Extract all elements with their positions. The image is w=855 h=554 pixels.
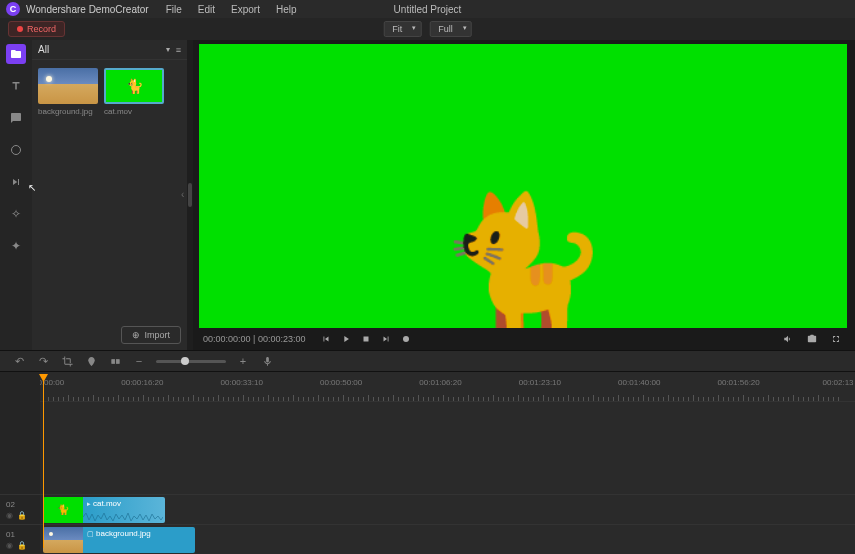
track-header-02[interactable]: 02 ◉🔒: [0, 494, 40, 524]
media-thumb: [104, 68, 164, 104]
marker-icon[interactable]: [84, 354, 98, 368]
full-dropdown[interactable]: Full: [429, 21, 472, 37]
app-name: Wondershare DemoCreator: [26, 4, 149, 15]
media-thumb: [38, 68, 98, 104]
track-01[interactable]: ▢background.jpg: [40, 524, 855, 554]
play-icon[interactable]: [339, 332, 353, 346]
svg-point-0: [12, 146, 21, 155]
menu-icon[interactable]: ≡: [176, 45, 181, 55]
ruler-mark: 00:01:56:20: [717, 378, 759, 387]
snapshot-icon[interactable]: [805, 332, 819, 346]
timeline: 02 ◉🔒 01 ◉🔒 00:00:00:0000:00:16:2000:00:…: [0, 372, 855, 554]
menu-edit[interactable]: Edit: [191, 4, 222, 15]
app-logo-icon: C: [6, 2, 20, 16]
volume-icon[interactable]: [781, 332, 795, 346]
text-tool-icon[interactable]: [6, 76, 26, 96]
svg-rect-2: [116, 359, 119, 363]
ruler-mark: 00:01:40:00: [618, 378, 660, 387]
transition-icon[interactable]: [6, 172, 26, 192]
ruler-mark: 00:02:13: [822, 378, 853, 387]
project-title: Untitled Project: [394, 4, 462, 15]
media-label: background.jpg: [38, 107, 98, 116]
media-panel: All ▾ ≡ background.jpg cat.mov ⊕ Import: [32, 40, 187, 350]
time-ruler[interactable]: 00:00:00:0000:00:16:2000:00:33:1000:00:5…: [40, 372, 855, 402]
clip-thumb: [43, 527, 83, 553]
cat-subject: 🐈: [436, 198, 611, 328]
media-item-cat[interactable]: cat.mov: [104, 68, 164, 116]
zoom-in-icon[interactable]: +: [236, 354, 250, 368]
media-library-icon[interactable]: [6, 44, 26, 64]
lock-icon[interactable]: 🔒: [17, 511, 27, 520]
media-label: cat.mov: [104, 107, 164, 116]
record-marker-icon[interactable]: [399, 332, 413, 346]
skip-end-icon[interactable]: [379, 332, 393, 346]
import-icon: ⊕: [132, 330, 140, 340]
clip-label: cat.mov: [93, 499, 121, 508]
lock-icon[interactable]: 🔒: [17, 541, 27, 550]
zoom-thumb[interactable]: [181, 357, 189, 365]
zoom-slider[interactable]: [156, 360, 226, 363]
record-label: Record: [27, 24, 56, 34]
clip-thumb: [43, 497, 83, 523]
track-headers: 02 ◉🔒 01 ◉🔒: [0, 372, 40, 554]
ruler-mark: 00:00:50:00: [320, 378, 362, 387]
annotation-icon[interactable]: [6, 108, 26, 128]
playhead[interactable]: [43, 374, 44, 548]
svg-rect-1: [111, 359, 114, 363]
media-tab-all[interactable]: All: [38, 44, 49, 55]
record-dot-icon: [17, 26, 23, 32]
clip-cat[interactable]: ▸cat.mov: [43, 497, 165, 523]
menu-help[interactable]: Help: [269, 4, 304, 15]
track-02[interactable]: ▸cat.mov: [40, 494, 855, 524]
ruler-mark: 00:00:33:10: [221, 378, 263, 387]
redo-icon[interactable]: ↷: [36, 354, 50, 368]
crop-icon[interactable]: [60, 354, 74, 368]
video-preview[interactable]: 🐈: [199, 44, 847, 328]
time-display: 00:00:00:00 | 00:00:23:00: [203, 334, 305, 344]
cursor-effects-icon[interactable]: ✦: [6, 236, 26, 256]
eye-icon[interactable]: ◉: [6, 511, 13, 520]
mic-icon[interactable]: [260, 354, 274, 368]
top-toolbar: Record Fit Full: [0, 18, 855, 40]
panel-resize-handle[interactable]: [188, 183, 192, 207]
split-icon[interactable]: [108, 354, 122, 368]
import-button[interactable]: ⊕ Import: [121, 326, 181, 344]
video-icon: ▸: [87, 500, 91, 507]
playback-bar: 00:00:00:00 | 00:00:23:00: [199, 328, 847, 350]
fullscreen-icon[interactable]: [829, 332, 843, 346]
timeline-content[interactable]: 00:00:00:0000:00:16:2000:00:33:1000:00:5…: [40, 372, 855, 554]
menu-bar: C Wondershare DemoCreator File Edit Expo…: [0, 0, 855, 18]
tool-sidebar: ✧ ✦: [0, 40, 32, 350]
zoom-out-icon[interactable]: −: [132, 354, 146, 368]
sticker-icon[interactable]: [6, 140, 26, 160]
timeline-toolbar: ↶ ↷ − +: [0, 350, 855, 372]
ruler-mark: 00:01:06:20: [419, 378, 461, 387]
skip-start-icon[interactable]: [319, 332, 333, 346]
effects-icon[interactable]: ✧: [6, 204, 26, 224]
image-icon: ▢: [87, 530, 94, 537]
chevron-down-icon[interactable]: ▾: [166, 45, 170, 55]
import-label: Import: [144, 330, 170, 340]
eye-icon[interactable]: ◉: [6, 541, 13, 550]
menu-file[interactable]: File: [159, 4, 189, 15]
clip-label: background.jpg: [96, 529, 151, 538]
media-item-background[interactable]: background.jpg: [38, 68, 98, 116]
menu-export[interactable]: Export: [224, 4, 267, 15]
track-header-01[interactable]: 01 ◉🔒: [0, 524, 40, 554]
clip-background[interactable]: ▢background.jpg: [43, 527, 195, 553]
undo-icon[interactable]: ↶: [12, 354, 26, 368]
audio-waveform-icon: [83, 511, 163, 523]
fit-dropdown[interactable]: Fit: [383, 21, 421, 37]
record-button[interactable]: Record: [8, 21, 65, 37]
preview-panel: 🐈 00:00:00:00 | 00:00:23:00: [193, 40, 855, 350]
stop-icon[interactable]: [359, 332, 373, 346]
ruler-mark: 00:01:23:10: [519, 378, 561, 387]
ruler-mark: 00:00:16:20: [121, 378, 163, 387]
